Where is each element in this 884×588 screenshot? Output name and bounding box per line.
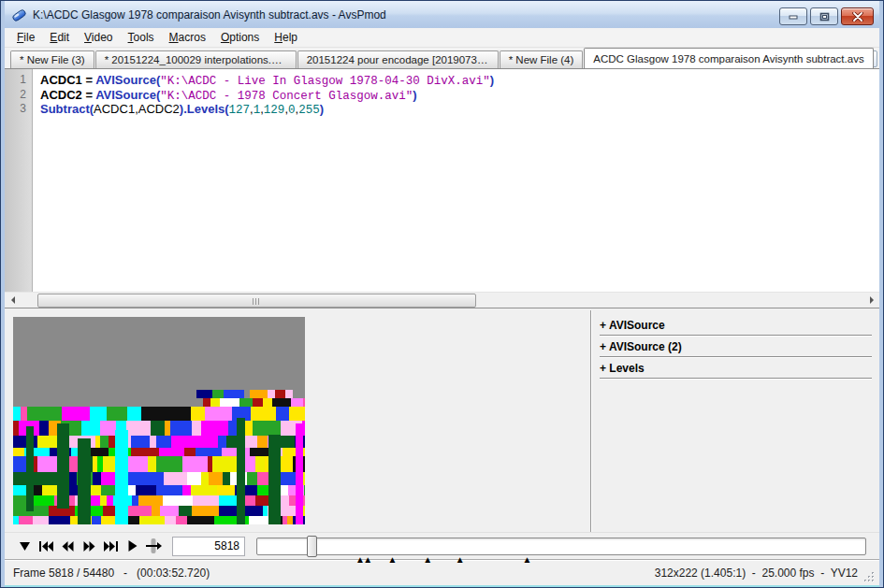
- line-number: 2: [5, 88, 32, 103]
- trackbar-thumb[interactable]: [307, 536, 317, 557]
- line-number: 3: [5, 102, 32, 117]
- minimize-icon: [789, 12, 799, 21]
- restore-icon: [819, 12, 830, 22]
- window-title: K:\ACDC Glasgow 1978 comparaison Avisynt…: [33, 8, 386, 22]
- bookmark-marker-icon[interactable]: ▲: [456, 555, 465, 565]
- status-video-info: 312x222 (1.405:1) - 25.000 fps - YV12: [655, 566, 858, 580]
- scroll-right-icon: [869, 296, 875, 304]
- scroll-right-button[interactable]: [863, 293, 879, 308]
- fast-forward-icon: [83, 541, 95, 552]
- code-line[interactable]: Subtract(ACDC1,ACDC2).Levels(127,1,129,0…: [40, 102, 879, 117]
- panel-divider: [600, 378, 872, 379]
- external-player-icon: [146, 538, 162, 553]
- code-area[interactable]: ACDC1 = AVISource("K:\ACDC - Live In Gla…: [33, 69, 879, 292]
- menu-bar: FileEditVideoToolsMacrosOptionsHelp: [5, 28, 879, 48]
- goto-first-frame-icon: [39, 541, 53, 552]
- tab-bar: * New File (3)* 20151224_100029 interpol…: [5, 48, 879, 68]
- preview-area: + AVISource+ AVISource (2)+ Levels: [5, 310, 879, 532]
- toggle-trackbar-icon: [19, 541, 31, 552]
- fast-forward-button[interactable]: [79, 536, 100, 556]
- resize-grip-icon[interactable]: [863, 571, 876, 583]
- toggle-trackbar-button[interactable]: [14, 536, 36, 556]
- window-controls: [779, 7, 874, 25]
- goto-last-frame-button[interactable]: [100, 536, 122, 556]
- scrollbar-grip-icon: [253, 298, 260, 305]
- video-pane: [5, 310, 590, 532]
- status-bar: Frame 5818 / 54480 - (00:03:52.720) 312x…: [5, 559, 879, 585]
- goto-last-frame-icon: [104, 541, 118, 552]
- bookmark-marker-icon[interactable]: ▲: [387, 555, 397, 565]
- filter-section-header[interactable]: + Levels: [600, 357, 874, 379]
- video-trackbar[interactable]: ▲▲▲▲▲▲: [256, 538, 866, 555]
- trackbar-track[interactable]: [256, 538, 866, 555]
- code-line[interactable]: ACDC1 = AVISource("K:\ACDC - Live In Gla…: [40, 73, 879, 88]
- avspmod-app-icon: [11, 7, 27, 22]
- avspmod-window: K:\ACDC Glasgow 1978 comparaison Avisynt…: [0, 0, 884, 588]
- close-button[interactable]: [841, 7, 874, 25]
- play-button[interactable]: [122, 536, 143, 556]
- scrollbar-thumb[interactable]: [37, 294, 476, 308]
- tab[interactable]: * 20151224_100029 interpolations.avs: [95, 50, 297, 68]
- menu-tools[interactable]: Tools: [121, 29, 162, 46]
- status-frame-info: Frame 5818 / 54480 - (00:03:52.720): [13, 566, 655, 580]
- video-frame[interactable]: [13, 317, 305, 524]
- menu-options[interactable]: Options: [213, 29, 267, 46]
- scroll-left-button[interactable]: [5, 293, 21, 308]
- bookmark-marker-icon[interactable]: ▲: [423, 555, 432, 565]
- bookmark-marker-icon[interactable]: ▲: [523, 555, 532, 565]
- frame-number-input[interactable]: [172, 537, 245, 556]
- rewind-icon: [62, 541, 74, 552]
- video-control-bar: ▲▲▲▲▲▲: [5, 532, 879, 559]
- scroll-left-icon: [10, 296, 16, 304]
- restore-button[interactable]: [810, 7, 838, 25]
- filter-panel: + AVISource+ AVISource (2)+ Levels: [592, 310, 879, 532]
- code-line[interactable]: ACDC2 = AVISource("K:\ACDC - 1978 Concer…: [40, 88, 879, 103]
- line-number: 1: [5, 73, 32, 88]
- tab[interactable]: * New File (4): [500, 50, 584, 68]
- script-editor[interactable]: 123 ACDC1 = AVISource("K:\ACDC - Live In…: [5, 68, 879, 292]
- menu-edit[interactable]: Edit: [42, 29, 77, 46]
- bookmark-marker-icon[interactable]: ▲: [363, 555, 372, 565]
- line-number-gutter: 123: [5, 69, 33, 292]
- menu-video[interactable]: Video: [77, 29, 120, 46]
- filter-section-label: + AVISource (2): [600, 340, 874, 356]
- menu-file[interactable]: File: [9, 29, 42, 46]
- rewind-button[interactable]: [57, 536, 79, 556]
- editor-horizontal-scrollbar[interactable]: [5, 292, 879, 308]
- menu-help[interactable]: Help: [267, 29, 305, 46]
- filter-section-label: + Levels: [600, 362, 874, 378]
- filter-section-header[interactable]: + AVISource: [600, 314, 874, 336]
- menu-macros[interactable]: Macros: [162, 29, 213, 46]
- filter-section-label: + AVISource: [600, 319, 874, 335]
- tab[interactable]: * New File (3): [10, 50, 94, 68]
- play-icon: [128, 540, 138, 552]
- tab[interactable]: 20151224 pour encodage [20190730].avs: [297, 50, 499, 68]
- goto-first-frame-button[interactable]: [36, 536, 57, 556]
- scrollbar-track[interactable]: [21, 293, 863, 308]
- title-bar[interactable]: K:\ACDC Glasgow 1978 comparaison Avisynt…: [5, 1, 879, 28]
- tab-active[interactable]: ACDC Glasgow 1978 comparaison Avisynth s…: [584, 48, 873, 68]
- minimize-button[interactable]: [779, 7, 807, 25]
- close-icon: [852, 12, 863, 22]
- tab-strip: * New File (3)* 20151224_100029 interpol…: [10, 48, 879, 68]
- external-player-button[interactable]: [143, 536, 165, 556]
- filter-section-header[interactable]: + AVISource (2): [600, 336, 874, 357]
